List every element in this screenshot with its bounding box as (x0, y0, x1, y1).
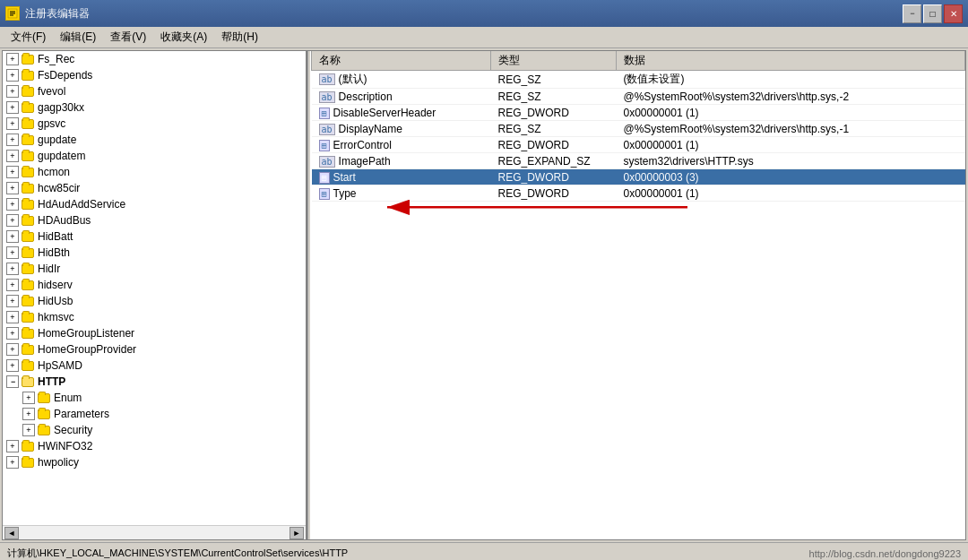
reg-type-cell: REG_DWORD (491, 169, 617, 185)
table-row[interactable]: abDisplayName REG_SZ @%SystemRoot%\syste… (312, 121, 965, 137)
tree-scroll[interactable]: +Fs_Rec+FsDepends+fvevol+gagp30kx+gpsvc+… (3, 51, 306, 525)
menu-file[interactable]: 文件(F) (4, 28, 53, 47)
tree-label-hidbatt: HidBatt (38, 230, 73, 243)
expand-btn-http_security[interactable]: + (22, 424, 35, 436)
table-row[interactable]: ⊞Type REG_DWORD 0x00000001 (1) (312, 185, 965, 202)
menu-help[interactable]: 帮助(H) (214, 28, 265, 47)
maximize-button[interactable]: □ (923, 4, 942, 23)
folder-icon-fs_rec (21, 52, 35, 66)
folder-icon-hdaudaddservice (21, 197, 35, 211)
tree-item-hcmon[interactable]: +hcmon (3, 164, 306, 180)
expand-btn-gpsvc[interactable]: + (6, 117, 19, 130)
expand-btn-homegroupprovider[interactable]: + (6, 343, 19, 356)
expand-btn-hwpolicy[interactable]: + (6, 456, 19, 469)
tree-item-hwinfo32[interactable]: +HWiNFO32 (3, 438, 306, 454)
tree-label-hidserv: hidserv (38, 279, 73, 291)
expand-btn-hcw85cir[interactable]: + (6, 182, 19, 194)
table-row[interactable]: abDescription REG_SZ @%SystemRoot%\syste… (312, 89, 965, 105)
tree-item-hdaudaddservice[interactable]: +HdAudAddService (3, 196, 306, 212)
right-panel: 名称 类型 数据 ab(默认) REG_SZ (数值未设置) abDescrip… (311, 51, 965, 539)
reg-data-cell: system32\drivers\HTTP.sys (617, 153, 965, 169)
expand-btn-hidusb[interactable]: + (6, 295, 19, 307)
col-name[interactable]: 名称 (312, 51, 491, 71)
reg-type-cell: REG_DWORD (491, 105, 617, 121)
tree-item-hidserv[interactable]: +hidserv (3, 277, 306, 293)
tree-label-hkmsvc: hkmsvc (38, 311, 74, 323)
tree-item-hdaudbus[interactable]: +HDAudBus (3, 212, 306, 228)
tree-item-hcw85cir[interactable]: +hcw85cir (3, 180, 306, 196)
folder-icon-hwpolicy (21, 455, 35, 470)
tree-item-hkmsvc[interactable]: +hkmsvc (3, 309, 306, 325)
table-row[interactable]: ab(默认) REG_SZ (数值未设置) (312, 71, 965, 89)
reg-type-cell: REG_DWORD (491, 137, 617, 153)
tree-label-hidbth: HidBth (38, 246, 70, 259)
expand-btn-http_parameters[interactable]: + (22, 408, 35, 420)
expand-btn-hidbth[interactable]: + (6, 246, 19, 259)
folder-icon-homegroupprovider (21, 342, 35, 357)
tree-item-hidbatt[interactable]: +HidBatt (3, 228, 306, 245)
expand-btn-hdaudaddservice[interactable]: + (6, 198, 19, 211)
tree-item-hpsamd[interactable]: +HpSAMD (3, 358, 306, 374)
tree-item-fs_rec[interactable]: +Fs_Rec (3, 51, 306, 67)
close-button[interactable]: ✕ (944, 4, 963, 23)
table-row[interactable]: ⊞Start REG_DWORD 0x00000003 (3) (312, 169, 965, 185)
tree-item-gupdatem[interactable]: +gupdatem (3, 148, 306, 164)
expand-btn-homegrouplistener[interactable]: + (6, 327, 19, 340)
menu-favorites[interactable]: 收藏夹(A) (153, 28, 214, 47)
expand-btn-hidserv[interactable]: + (6, 279, 19, 291)
minimize-button[interactable]: － (903, 4, 921, 23)
reg-name-cell: ⊞DisableServerHeader (312, 105, 491, 121)
tree-item-homegrouplistener[interactable]: +HomeGroupListener (3, 325, 306, 341)
table-row[interactable]: ⊞ErrorControl REG_DWORD 0x00000001 (1) (312, 137, 965, 153)
expand-btn-gupdate[interactable]: + (6, 134, 19, 146)
tree-label-hcmon: hcmon (38, 166, 70, 178)
reg-icon: ⊞ (319, 188, 330, 200)
tree-item-http_enum[interactable]: +Enum (3, 390, 306, 406)
reg-icon: ab (319, 156, 335, 168)
expand-btn-http_enum[interactable]: + (22, 392, 35, 404)
tree-item-gupdate[interactable]: +gupdate (3, 132, 306, 148)
tree-label-gpsvc: gpsvc (38, 117, 65, 130)
expand-btn-fvevol[interactable]: + (6, 85, 19, 98)
reg-icon: ⊞ (319, 140, 330, 151)
expand-btn-hidir[interactable]: + (6, 263, 19, 275)
tree-hscroll[interactable]: ◄ ► (3, 525, 306, 539)
table-row[interactable]: ⊞DisableServerHeader REG_DWORD 0x0000000… (312, 105, 965, 121)
status-path: 计算机\HKEY_LOCAL_MACHINE\SYSTEM\CurrentCon… (7, 547, 348, 560)
reg-data-cell: 0x00000001 (1) (617, 137, 965, 153)
table-row[interactable]: abImagePath REG_EXPAND_SZ system32\drive… (312, 153, 965, 169)
tree-item-hidbth[interactable]: +HidBth (3, 245, 306, 261)
folder-icon-hpsamd (21, 358, 35, 373)
expand-btn-fs_rec[interactable]: + (6, 53, 19, 65)
tree-item-homegroupprovider[interactable]: +HomeGroupProvider (3, 341, 306, 358)
tree-item-http[interactable]: －HTTP (3, 374, 306, 390)
expand-btn-fsdepends[interactable]: + (6, 69, 19, 82)
tree-item-hidusb[interactable]: +HidUsb (3, 293, 306, 309)
menu-view[interactable]: 查看(V) (103, 28, 153, 47)
expand-btn-hwinfo32[interactable]: + (6, 440, 19, 452)
tree-item-fsdepends[interactable]: +FsDepends (3, 67, 306, 83)
expand-btn-http[interactable]: － (6, 375, 19, 388)
reg-name-cell: abDescription (312, 89, 491, 105)
tree-item-http_parameters[interactable]: +Parameters (3, 406, 306, 422)
expand-btn-hidbatt[interactable]: + (6, 230, 19, 243)
expand-btn-hdaudbus[interactable]: + (6, 214, 19, 227)
menu-edit[interactable]: 编辑(E) (53, 28, 103, 47)
expand-btn-hkmsvc[interactable]: + (6, 311, 19, 323)
tree-label-http: HTTP (38, 375, 65, 388)
expand-btn-gupdatem[interactable]: + (6, 150, 19, 162)
tree-item-fvevol[interactable]: +fvevol (3, 83, 306, 99)
expand-btn-hcmon[interactable]: + (6, 166, 19, 178)
tree-item-gagp30kx[interactable]: +gagp30kx (3, 99, 306, 116)
reg-data-cell: 0x00000001 (1) (617, 105, 965, 121)
expand-btn-hpsamd[interactable]: + (6, 359, 19, 372)
tree-item-gpsvc[interactable]: +gpsvc (3, 116, 306, 132)
tree-item-hidir[interactable]: +HidIr (3, 261, 306, 277)
expand-btn-gagp30kx[interactable]: + (6, 101, 19, 114)
tree-item-hwpolicy[interactable]: +hwpolicy (3, 454, 306, 470)
registry-table[interactable]: 名称 类型 数据 ab(默认) REG_SZ (数值未设置) abDescrip… (311, 51, 965, 539)
tree-panel: +Fs_Rec+FsDepends+fvevol+gagp30kx+gpsvc+… (3, 51, 307, 539)
tree-item-http_security[interactable]: +Security (3, 422, 306, 438)
col-data[interactable]: 数据 (617, 51, 965, 71)
col-type[interactable]: 类型 (491, 51, 617, 71)
